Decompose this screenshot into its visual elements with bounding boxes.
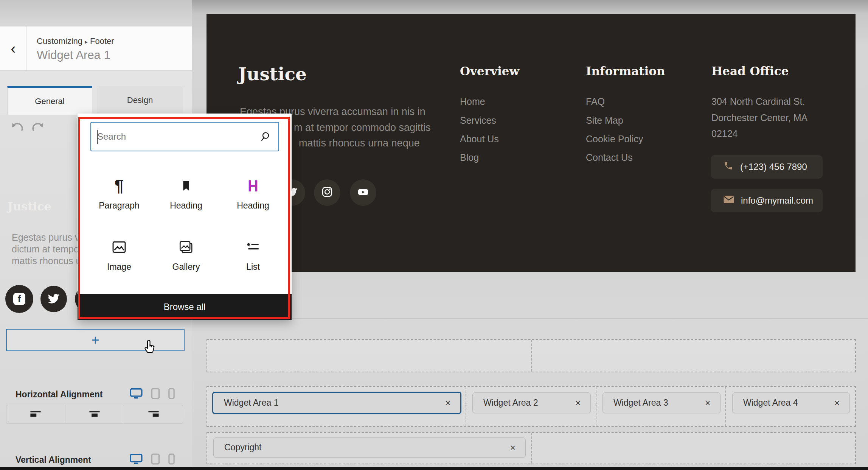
- block-label: Heading: [237, 201, 269, 211]
- footer-link[interactable]: Services: [460, 115, 496, 126]
- footer-link[interactable]: Cookie Policy: [586, 134, 643, 145]
- search-icon: [260, 131, 278, 142]
- address-line: Dorchester Center, MA: [711, 112, 807, 123]
- tab-design[interactable]: Design: [97, 86, 183, 115]
- dropzone-cell-divider: [531, 433, 532, 464]
- desktop-icon[interactable]: [130, 453, 143, 466]
- remove-widget-icon[interactable]: ×: [445, 398, 460, 408]
- block-label: Image: [107, 262, 131, 272]
- block-item-list[interactable]: List: [223, 238, 283, 272]
- widget-area-chip[interactable]: Widget Area 4 ×: [732, 392, 850, 413]
- mobile-icon[interactable]: [168, 453, 175, 466]
- breadcrumb: Customizing▸Footer: [37, 36, 114, 46]
- list-icon: [247, 238, 259, 256]
- block-inserter-popup: ¶ Paragraph Heading Heading: [78, 114, 292, 320]
- back-chevron-icon: ‹: [11, 40, 16, 57]
- dropzone-cell-divider: [466, 387, 466, 426]
- paragraph-icon: ¶: [115, 177, 124, 195]
- heading-h-icon: [247, 177, 259, 195]
- block-search-field[interactable]: [90, 122, 279, 151]
- dropzone-cell-divider: [531, 340, 532, 372]
- email-chip[interactable]: info@mymail.com: [711, 189, 823, 212]
- address-line: 304 North Cardinal St.: [711, 96, 805, 107]
- dropzone-cell-divider: [596, 387, 596, 426]
- block-item-paragraph[interactable]: ¶ Paragraph: [89, 177, 149, 211]
- youtube-icon: [357, 187, 369, 198]
- widget-area-chip[interactable]: Widget Area 3 ×: [602, 392, 720, 413]
- block-label: Paragraph: [99, 201, 139, 211]
- device-switcher: [130, 453, 175, 466]
- add-block-button[interactable]: +: [6, 329, 185, 351]
- back-button[interactable]: ‹: [0, 26, 27, 70]
- copyright-label: Copyright: [214, 442, 510, 453]
- remove-widget-icon[interactable]: ×: [575, 398, 590, 408]
- align-center-button[interactable]: [65, 405, 124, 423]
- footer-column-heading: Head Office: [711, 64, 789, 78]
- text-caret: [97, 130, 98, 144]
- tablet-icon[interactable]: [151, 388, 160, 401]
- undo-button[interactable]: [10, 121, 25, 132]
- address-line: 02124: [711, 128, 738, 139]
- block-item-gallery[interactable]: Gallery: [156, 238, 216, 272]
- footer-paragraph-line: mattis rhoncus urna neque: [299, 137, 420, 149]
- breadcrumb-current: Footer: [90, 36, 114, 46]
- phone-icon: [724, 161, 733, 173]
- copyright-chip[interactable]: Copyright ×: [213, 437, 526, 458]
- block-label: List: [246, 262, 260, 272]
- align-left-button[interactable]: [6, 405, 65, 423]
- breadcrumb-separator-icon: ▸: [82, 39, 90, 45]
- footer-preview: Justice Egestas purus viverra accumsan i…: [207, 14, 856, 272]
- heading-bookmark-icon: [181, 177, 191, 195]
- phone-chip[interactable]: (+123) 456 7890: [711, 155, 823, 179]
- customizer-screen: Justice Egestas purus viverra accumsan i…: [0, 0, 868, 470]
- desktop-icon[interactable]: [130, 388, 143, 401]
- footer-paragraph-line: m at tempor commodo sagittis: [294, 122, 431, 134]
- footer-row-dropzone-empty[interactable]: [207, 339, 856, 372]
- gallery-icon: [179, 238, 193, 256]
- envelope-icon: [724, 195, 734, 206]
- twitter-social-button[interactable]: [40, 286, 67, 312]
- facebook-social-button[interactable]: f: [5, 285, 33, 313]
- footer-link[interactable]: FAQ: [586, 96, 605, 107]
- email-address: info@mymail.com: [741, 195, 813, 206]
- remove-widget-icon[interactable]: ×: [834, 398, 849, 408]
- footer-column-heading: Overview: [460, 64, 519, 78]
- tablet-icon[interactable]: [151, 453, 160, 466]
- footer-column-heading: Information: [586, 64, 665, 78]
- redo-button[interactable]: [30, 121, 45, 132]
- instagram-social-button[interactable]: [314, 179, 340, 206]
- remove-widget-icon[interactable]: ×: [705, 398, 720, 408]
- align-right-button[interactable]: [124, 405, 183, 423]
- widget-area-chip[interactable]: Widget Area 1 ×: [212, 392, 461, 414]
- block-item-heading[interactable]: Heading: [156, 177, 216, 211]
- twitter-icon: [48, 293, 60, 305]
- footer-link[interactable]: About Us: [460, 134, 499, 145]
- widget-area-label: Widget Area 4: [733, 398, 834, 408]
- widget-area-chip[interactable]: Widget Area 2 ×: [472, 392, 591, 413]
- widget-area-label: Widget Area 1: [213, 398, 445, 408]
- footer-link[interactable]: Home: [460, 96, 485, 107]
- customizer-topbar: [0, 0, 192, 27]
- preview-separator-line: [192, 318, 868, 319]
- block-item-heading-h[interactable]: Heading: [223, 177, 283, 211]
- search-input[interactable]: [91, 131, 260, 142]
- block-label: Gallery: [172, 262, 200, 272]
- footer-row-dropzone-copyright[interactable]: Copyright ×: [207, 432, 856, 464]
- block-item-image[interactable]: Image: [89, 238, 149, 272]
- panel-title: Widget Area 1: [37, 48, 110, 62]
- remove-widget-icon[interactable]: ×: [510, 442, 525, 453]
- footer-link[interactable]: Blog: [460, 152, 479, 163]
- browse-all-button[interactable]: Browse all: [78, 294, 292, 320]
- footer-row-dropzone-widgets[interactable]: Widget Area 1 × Widget Area 2 × Widget A…: [207, 386, 856, 427]
- plus-icon: +: [91, 333, 99, 347]
- block-label: Heading: [170, 201, 202, 211]
- footer-brand: Justice: [238, 64, 307, 84]
- bottom-strip: [0, 467, 868, 470]
- sidebar-widget-brand: Justice: [8, 200, 51, 213]
- tab-general[interactable]: General: [7, 86, 92, 115]
- youtube-social-button[interactable]: [350, 179, 376, 206]
- mobile-icon[interactable]: [168, 388, 175, 401]
- footer-link[interactable]: Site Map: [586, 115, 623, 126]
- footer-link[interactable]: Contact Us: [586, 152, 633, 163]
- breadcrumb-root[interactable]: Customizing: [37, 36, 82, 46]
